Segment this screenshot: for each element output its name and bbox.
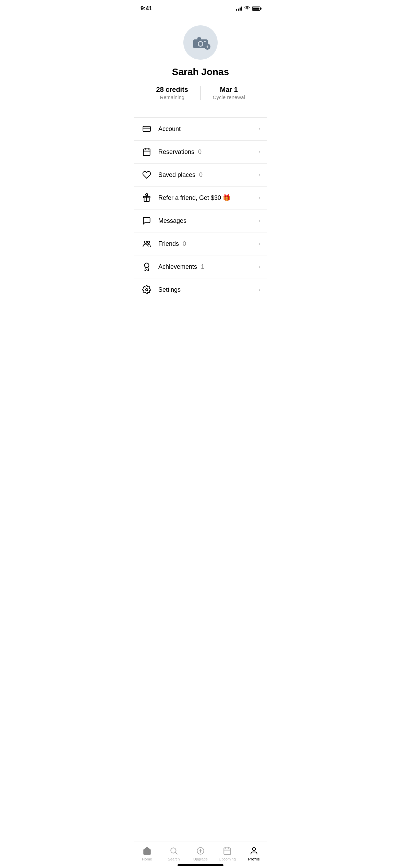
menu-reservations-label: Reservations 0: [158, 148, 256, 156]
gift-icon: [141, 193, 153, 202]
chevron-icon: ›: [259, 264, 260, 270]
menu-settings-label: Settings: [158, 286, 256, 293]
renewal-value: Mar 1: [220, 86, 238, 94]
menu-list: Account › Reservations 0 › Saved places …: [134, 117, 267, 301]
add-photo-badge: +: [204, 44, 210, 50]
signal-icon: [236, 7, 242, 11]
wifi-icon: [244, 6, 250, 11]
menu-item-messages[interactable]: Messages ›: [134, 209, 267, 232]
chevron-icon: ›: [259, 287, 260, 293]
achievement-icon: [141, 262, 153, 271]
credits-row: 28 credits Remaining Mar 1 Cycle renewal: [141, 86, 260, 100]
chevron-icon: ›: [259, 149, 260, 155]
svg-rect-5: [143, 126, 150, 131]
menu-refer-label: Refer a friend, Get $30 🎁: [158, 194, 256, 202]
menu-item-settings[interactable]: Settings ›: [134, 278, 267, 301]
menu-item-friends[interactable]: Friends 0 ›: [134, 232, 267, 255]
menu-item-achievements[interactable]: Achievements 1 ›: [134, 255, 267, 278]
friends-badge: 0: [183, 240, 186, 247]
renewal-label: Cycle renewal: [213, 94, 245, 100]
credits-label: Remaining: [160, 94, 184, 100]
svg-point-17: [146, 289, 148, 291]
menu-messages-label: Messages: [158, 217, 256, 225]
chevron-icon: ›: [259, 172, 260, 178]
menu-item-reservations[interactable]: Reservations 0 ›: [134, 141, 267, 164]
status-icons: [236, 6, 260, 11]
chevron-icon: ›: [259, 195, 260, 201]
svg-point-16: [145, 263, 149, 267]
renewal-item: Mar 1 Cycle renewal: [208, 86, 251, 100]
credits-value: 28 credits: [156, 86, 188, 94]
camera-icon: +: [193, 36, 208, 49]
menu-achievements-label: Achievements 1: [158, 263, 256, 270]
svg-point-2: [199, 42, 203, 46]
saved-places-badge: 0: [199, 171, 203, 178]
achievements-badge: 1: [201, 263, 204, 270]
reservations-badge: 0: [198, 148, 202, 155]
message-icon: [141, 216, 153, 225]
friends-icon: [141, 239, 153, 248]
svg-point-15: [147, 241, 150, 243]
battery-icon: [252, 7, 260, 11]
status-time: 9:41: [141, 5, 152, 12]
credits-divider: [200, 86, 201, 100]
svg-rect-3: [197, 37, 201, 40]
profile-section: + Sarah Jonas 28 credits Remaining Mar 1…: [134, 15, 267, 117]
avatar[interactable]: +: [183, 25, 218, 60]
chevron-icon: ›: [259, 218, 260, 224]
menu-saved-places-label: Saved places 0: [158, 171, 256, 179]
svg-point-4: [204, 41, 206, 42]
credits-item: 28 credits Remaining: [151, 86, 194, 100]
chevron-icon: ›: [259, 241, 260, 247]
calendar-icon: [141, 147, 153, 156]
user-name: Sarah Jonas: [172, 67, 229, 77]
menu-friends-label: Friends 0: [158, 240, 256, 248]
menu-account-label: Account: [158, 125, 256, 133]
settings-icon: [141, 285, 153, 294]
credit-card-icon: [141, 124, 153, 133]
menu-item-account[interactable]: Account ›: [134, 118, 267, 141]
chevron-icon: ›: [259, 126, 260, 132]
heart-icon: [141, 170, 153, 179]
status-bar: 9:41: [134, 0, 267, 15]
menu-item-refer[interactable]: Refer a friend, Get $30 🎁 ›: [134, 186, 267, 209]
svg-point-14: [144, 241, 147, 244]
svg-rect-7: [143, 149, 150, 156]
menu-item-saved-places[interactable]: Saved places 0 ›: [134, 164, 267, 186]
